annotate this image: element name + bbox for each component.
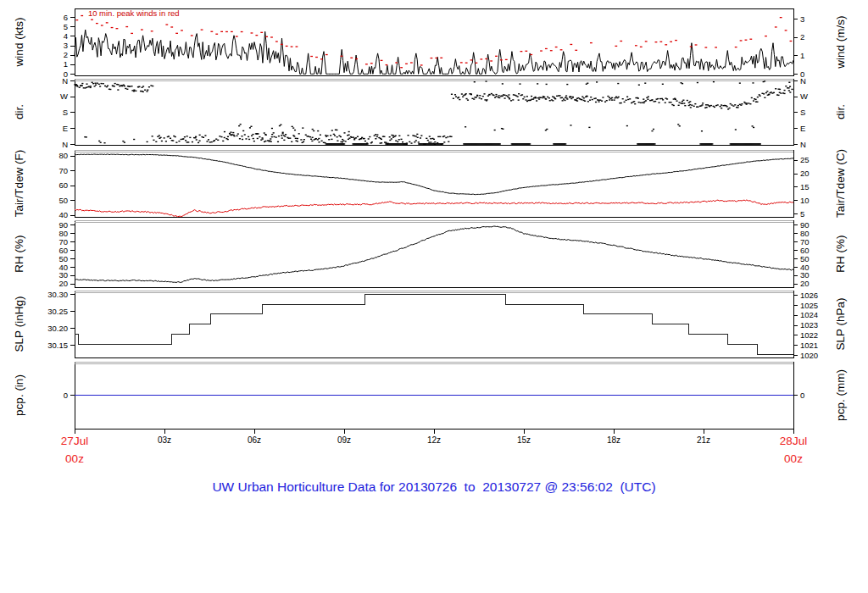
- dir-dot: [165, 141, 167, 141]
- dir-dot: [526, 96, 528, 97]
- dir-dot: [710, 105, 712, 106]
- left-tick-label: N: [62, 140, 68, 149]
- dir-dot: [495, 94, 497, 95]
- dir-dot: [434, 141, 436, 142]
- peak-winds-annotation: 10 min. peak winds in red: [88, 8, 180, 18]
- dir-dot: [208, 139, 209, 140]
- dir-dot: [135, 91, 136, 91]
- x-tick-label: 15z: [517, 435, 531, 445]
- dir-dot: [215, 138, 217, 139]
- dir-dot: [313, 130, 314, 131]
- peak-wind-dot: [405, 64, 408, 64]
- dir-dot: [264, 134, 266, 135]
- dir-dot: [661, 98, 663, 99]
- dir-dot: [227, 136, 229, 137]
- peak-wind-dot: [181, 30, 183, 30]
- dir-dot: [144, 90, 146, 91]
- x-tick-label: 03z: [158, 435, 171, 445]
- dir-dot: [588, 127, 590, 128]
- dir-dot: [611, 99, 613, 100]
- dir-dot: [133, 139, 135, 140]
- dir-dot: [155, 141, 157, 142]
- dir-dot: [294, 130, 296, 130]
- dir-dot: [198, 142, 199, 143]
- peak-wind-dot: [745, 40, 748, 41]
- right-tick-label: 50: [800, 254, 810, 263]
- right-tick-label: 15: [800, 182, 810, 191]
- left-tick-label: 4: [64, 31, 68, 41]
- peak-wind-dot: [296, 46, 298, 47]
- dir-dot: [189, 137, 191, 138]
- dir-dot: [433, 139, 435, 140]
- dir-dot: [626, 125, 628, 126]
- dir-dot: [152, 136, 153, 136]
- peak-wind-dot: [81, 15, 83, 16]
- left-axis-title: pcp. (in): [13, 374, 25, 416]
- peak-wind-dot: [460, 62, 463, 63]
- dir-dot: [415, 136, 417, 136]
- dir-dot: [547, 97, 548, 97]
- x-tick-label: 09z: [337, 435, 351, 445]
- dir-dot: [501, 96, 503, 97]
- dir-dot: [508, 94, 509, 95]
- dir-dot: [525, 99, 526, 100]
- dir-dot: [763, 93, 765, 94]
- dir-dot: [601, 100, 603, 101]
- dir-dot: [232, 132, 234, 133]
- left-tick-label: 70: [58, 237, 68, 247]
- dir-dot: [150, 85, 152, 86]
- dir-dot: [702, 103, 704, 103]
- left-axis-title: wind (kts): [13, 18, 25, 68]
- meteogram-chart: 01234560123wind (kts)wind (m/s)10 min. p…: [0, 0, 868, 593]
- dir-dot: [427, 140, 429, 141]
- x-end-date-label: 28Jul: [780, 435, 807, 447]
- dir-dot: [684, 105, 686, 106]
- dir-dot: [581, 96, 583, 97]
- dir-dot: [462, 97, 464, 97]
- dir-dot: [76, 85, 78, 86]
- dir-dot: [241, 136, 242, 136]
- dir-dot: [277, 141, 279, 142]
- calm-dir-dot: [654, 143, 655, 144]
- dir-dot: [556, 96, 558, 97]
- dir-dot: [368, 138, 370, 139]
- dir-dot: [185, 140, 186, 141]
- dir-dot: [570, 96, 571, 97]
- dir-dot: [262, 138, 264, 139]
- dir-dot: [531, 96, 532, 97]
- rh-line: [75, 226, 793, 283]
- dir-dot: [643, 98, 644, 99]
- dir-dot: [95, 84, 97, 85]
- dir-dot: [345, 141, 347, 141]
- dir-dot: [420, 137, 421, 138]
- dir-dot: [678, 105, 680, 106]
- dir-dot: [429, 136, 431, 136]
- dir-dot: [592, 99, 593, 100]
- peak-wind-dot: [480, 58, 482, 59]
- dir-dot: [325, 135, 326, 136]
- peak-wind-dot: [645, 41, 648, 42]
- dir-dot: [400, 139, 402, 140]
- dir-dot: [721, 104, 722, 105]
- dir-dot: [496, 96, 498, 97]
- dir-dot: [483, 93, 485, 94]
- dir-dot: [453, 98, 454, 99]
- dir-dot: [486, 99, 487, 100]
- right-tick-label: 60: [800, 246, 810, 255]
- meteogram-figure: 01234560123wind (kts)wind (m/s)10 min. p…: [0, 0, 868, 593]
- dir-dot: [348, 131, 350, 132]
- dir-dot: [342, 140, 344, 141]
- peak-wind-dot: [320, 58, 323, 59]
- dir-dot: [123, 85, 125, 86]
- wind-panel: 01234560123wind (kts)wind (m/s)10 min. p…: [13, 8, 847, 79]
- dir-dot: [175, 136, 176, 137]
- dir-dot: [333, 134, 335, 135]
- dir-dot: [124, 86, 125, 86]
- dir-dot: [428, 141, 430, 142]
- dir-dot: [536, 100, 537, 101]
- dir-dot: [353, 136, 354, 137]
- left-tick-label: 30.15: [47, 341, 68, 350]
- dir-dot: [504, 95, 505, 96]
- dir-dot: [717, 104, 719, 105]
- dir-dot: [90, 86, 92, 86]
